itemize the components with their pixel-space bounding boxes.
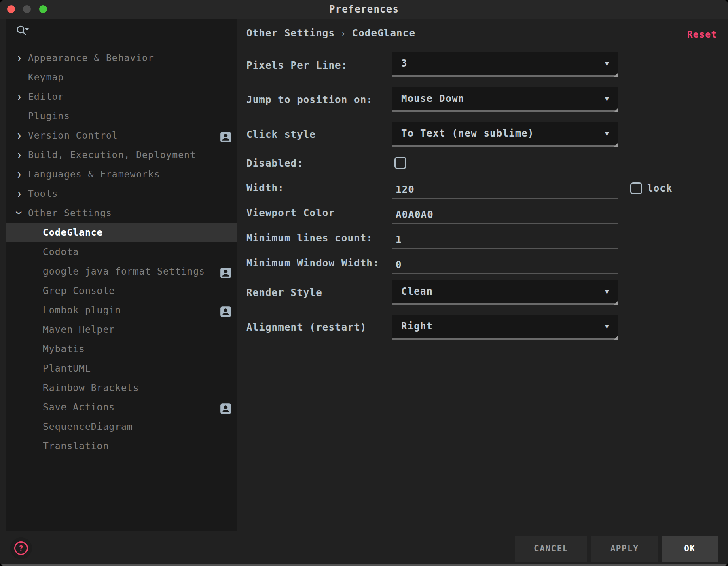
- settings-sidebar: ❯ Appearance & Behavior Keymap ❯ Editor …: [6, 19, 237, 531]
- sidebar-item-sequencediagram[interactable]: SequenceDiagram: [6, 417, 237, 436]
- minimum-window-width-input[interactable]: [392, 258, 618, 274]
- selected-value: Mouse Down: [401, 87, 465, 110]
- sidebar-item-label: Grep Console: [6, 285, 115, 296]
- dropdown-arrow-icon: ▼: [605, 87, 609, 110]
- sidebar-item-codota[interactable]: Codota: [6, 242, 237, 262]
- chevron-right-icon[interactable]: ❯: [15, 184, 24, 203]
- sidebar-item-build-execution-deployment[interactable]: ❯ Build, Execution, Deployment: [6, 145, 237, 165]
- search-icon: [15, 23, 32, 40]
- window-title: Preferences: [0, 0, 728, 19]
- chevron-right-icon[interactable]: ❯: [15, 87, 24, 106]
- sidebar-item-label: Translation: [6, 441, 109, 451]
- settings-tree: ❯ Appearance & Behavior Keymap ❯ Editor …: [6, 48, 237, 456]
- minimum-lines-count-label: Minimum lines count:: [246, 232, 373, 245]
- chevron-right-icon[interactable]: ❯: [15, 145, 24, 165]
- plugin-user-icon: [220, 266, 231, 277]
- breadcrumb: Other Settings›CodeGlance: [246, 27, 415, 40]
- click-style-label: Click style: [246, 128, 316, 141]
- disabled-checkbox[interactable]: [394, 157, 406, 169]
- minimum-lines-count-input[interactable]: [392, 232, 618, 249]
- sidebar-item-grep-console[interactable]: Grep Console: [6, 281, 237, 300]
- preferences-window: Preferences ❯ Appearance & Behavior Keym…: [0, 0, 728, 566]
- plugin-user-icon: [220, 130, 231, 141]
- sidebar-item-label: Save Actions: [6, 402, 115, 412]
- sidebar-item-translation[interactable]: Translation: [6, 436, 237, 456]
- sidebar-item-label: Tools: [6, 188, 58, 199]
- sidebar-item-label: Keymap: [6, 72, 64, 82]
- width-label: Width:: [246, 182, 284, 194]
- selected-value: 3: [401, 52, 408, 75]
- sidebar-item-label: google-java-format Settings: [6, 266, 205, 277]
- help-icon: ?: [14, 541, 28, 555]
- sidebar-item-tools[interactable]: ❯ Tools: [6, 184, 237, 203]
- sidebar-item-codeglance[interactable]: CodeGlance: [6, 223, 237, 242]
- selected-value: Right: [401, 315, 433, 338]
- sidebar-item-label: Plugins: [6, 111, 70, 121]
- dropdown-arrow-icon: ▼: [605, 52, 609, 75]
- sidebar-item-label: Rainbow Brackets: [6, 382, 139, 393]
- sidebar-item-label: SequenceDiagram: [6, 421, 133, 432]
- dropdown-arrow-icon: ▼: [605, 280, 609, 303]
- sidebar-item-label: CodeGlance: [6, 227, 103, 238]
- jump-to-position-select[interactable]: Mouse Down ▼: [392, 87, 618, 112]
- sidebar-item-label: Languages & Frameworks: [6, 169, 160, 180]
- sidebar-item-keymap[interactable]: Keymap: [6, 68, 237, 87]
- selected-value: To Text (new sublime): [401, 122, 534, 145]
- reset-link[interactable]: Reset: [687, 28, 717, 40]
- sidebar-item-plantuml[interactable]: PlantUML: [6, 359, 237, 378]
- render-style-select[interactable]: Clean ▼: [392, 280, 618, 305]
- dropdown-arrow-icon: ▼: [605, 315, 609, 338]
- jump-to-position-label: Jump to position on:: [246, 93, 373, 106]
- sidebar-item-other-settings[interactable]: ❯ Other Settings: [6, 203, 237, 223]
- sidebar-item-mybatis[interactable]: Mybatis: [6, 339, 237, 359]
- pixels-per-line-select[interactable]: 3 ▼: [392, 52, 618, 77]
- sidebar-item-maven-helper[interactable]: Maven Helper: [6, 320, 237, 339]
- help-button[interactable]: ?: [10, 537, 32, 559]
- viewport-color-input[interactable]: [392, 207, 618, 224]
- sidebar-item-plugins[interactable]: Plugins: [6, 106, 237, 126]
- sidebar-item-rainbow-brackets[interactable]: Rainbow Brackets: [6, 378, 237, 397]
- breadcrumb-separator-icon: ›: [335, 28, 352, 38]
- chevron-right-icon[interactable]: ❯: [15, 165, 24, 184]
- alignment-select[interactable]: Right ▼: [392, 315, 618, 340]
- sidebar-item-label: PlantUML: [6, 363, 91, 374]
- dropdown-arrow-icon: ▼: [605, 122, 609, 145]
- sidebar-item-google-java-format-settings[interactable]: google-java-format Settings: [6, 262, 237, 281]
- breadcrumb-parent[interactable]: Other Settings: [246, 27, 335, 39]
- lock-label: lock: [647, 182, 673, 195]
- click-style-select[interactable]: To Text (new sublime) ▼: [392, 122, 618, 147]
- pixels-per-line-label: Pixels Per Line:: [246, 59, 347, 72]
- lock-checkbox[interactable]: [630, 182, 642, 194]
- cancel-button[interactable]: CANCEL: [515, 536, 587, 562]
- ok-button[interactable]: OK: [662, 536, 718, 562]
- viewport-color-label: Viewport Color: [246, 207, 335, 220]
- render-style-label: Render Style: [246, 286, 322, 299]
- chevron-down-icon[interactable]: ❯: [10, 208, 29, 218]
- minimum-window-width-label: Minimum Window Width:: [246, 257, 379, 270]
- window-bottom-edge: [0, 564, 728, 566]
- sidebar-item-label: Build, Execution, Deployment: [6, 150, 196, 160]
- sidebar-item-version-control[interactable]: ❯ Version Control: [6, 126, 237, 145]
- sidebar-item-appearance-behavior[interactable]: ❯ Appearance & Behavior: [6, 48, 237, 68]
- plugin-user-icon: [220, 401, 231, 413]
- apply-button[interactable]: APPLY: [591, 536, 658, 562]
- chevron-right-icon[interactable]: ❯: [15, 126, 24, 145]
- help-glyph: ?: [15, 543, 27, 554]
- sidebar-item-label: Mybatis: [6, 344, 85, 354]
- chevron-right-icon[interactable]: ❯: [15, 48, 24, 68]
- sidebar-item-save-actions[interactable]: Save Actions: [6, 397, 237, 417]
- sidebar-item-languages-frameworks[interactable]: ❯ Languages & Frameworks: [6, 165, 237, 184]
- breadcrumb-current: CodeGlance: [352, 27, 416, 39]
- sidebar-divider: [14, 45, 232, 45]
- titlebar: Preferences: [0, 0, 728, 19]
- sidebar-item-label: Maven Helper: [6, 324, 115, 335]
- sidebar-item-label: Appearance & Behavior: [6, 53, 154, 63]
- disabled-label: Disabled:: [246, 157, 303, 170]
- plugin-user-icon: [220, 304, 231, 316]
- sidebar-item-lombok-plugin[interactable]: Lombok plugin: [6, 300, 237, 320]
- sidebar-item-label: Codota: [6, 247, 79, 257]
- sidebar-item-editor[interactable]: ❯ Editor: [6, 87, 237, 106]
- width-input[interactable]: [392, 182, 618, 199]
- selected-value: Clean: [401, 280, 433, 303]
- search-button[interactable]: [15, 23, 32, 40]
